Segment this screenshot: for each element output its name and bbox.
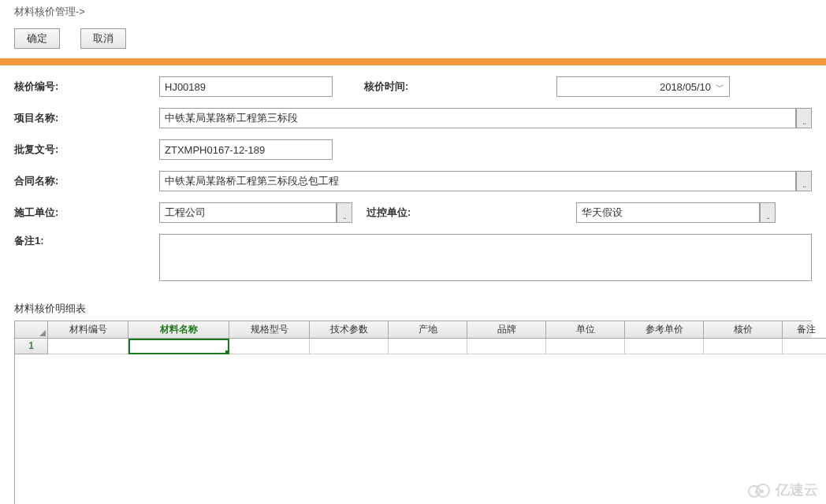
divider-accent <box>0 58 826 65</box>
cell-brand[interactable] <box>467 339 546 354</box>
col-memo[interactable]: 备注 <box>783 321 826 339</box>
col-material-name[interactable]: 材料名称 <box>128 321 229 339</box>
col-price[interactable]: 核价 <box>704 321 783 339</box>
breadcrumb: 材料核价管理-> <box>0 0 826 22</box>
label-contract: 合同名称: <box>14 174 159 188</box>
col-tech[interactable]: 技术参数 <box>310 321 389 339</box>
input-builder[interactable] <box>159 202 337 223</box>
col-material-id[interactable]: 材料编号 <box>48 321 128 339</box>
input-date[interactable]: 2018/05/10 ﹀ <box>556 76 730 97</box>
lookup-project-button[interactable]: .. <box>796 108 812 128</box>
input-code[interactable] <box>159 76 333 97</box>
cell-price[interactable] <box>704 339 783 354</box>
chevron-down-icon: ﹀ <box>716 81 724 93</box>
input-contract[interactable] <box>159 171 796 191</box>
detail-grid: 材料编号 材料名称 规格型号 技术参数 产地 品牌 单位 参考单价 核价 备注 … <box>14 321 812 504</box>
col-spec[interactable]: 规格型号 <box>229 321 310 339</box>
label-project: 项目名称: <box>14 111 159 125</box>
input-memo1[interactable] <box>159 234 812 281</box>
lookup-contract-button[interactable]: .. <box>796 171 812 191</box>
lookup-controller-button[interactable]: .. <box>760 202 776 223</box>
label-code: 核价编号: <box>14 80 159 94</box>
cancel-button[interactable]: 取消 <box>80 28 126 49</box>
input-controller[interactable] <box>576 202 760 223</box>
label-controller: 过控单位: <box>366 206 524 220</box>
col-ref-price[interactable]: 参考单价 <box>625 321 704 339</box>
cell-origin[interactable] <box>389 339 467 354</box>
table-row[interactable]: 1 <box>15 339 812 354</box>
toolbar: 确定 取消 <box>0 22 826 58</box>
grid-title: 材料核价明细表 <box>0 298 826 319</box>
cell-ref[interactable] <box>625 339 704 354</box>
col-unit[interactable]: 单位 <box>546 321 625 339</box>
cell-material-id[interactable] <box>48 339 128 354</box>
date-value: 2018/05/10 <box>660 81 711 93</box>
row-number[interactable]: 1 <box>15 339 48 354</box>
grid-body[interactable]: 1 <box>15 339 812 504</box>
input-approval[interactable] <box>159 139 333 160</box>
input-project[interactable] <box>159 108 796 128</box>
ok-button[interactable]: 确定 <box>14 28 60 49</box>
col-brand[interactable]: 品牌 <box>467 321 546 339</box>
label-memo1: 备注1: <box>14 234 159 248</box>
label-time: 核价时间: <box>364 80 556 94</box>
lookup-builder-button[interactable]: .. <box>337 202 352 223</box>
col-origin[interactable]: 产地 <box>389 321 467 339</box>
grid-header-row: 材料编号 材料名称 规格型号 技术参数 产地 品牌 单位 参考单价 核价 备注 <box>15 321 812 339</box>
cell-material-name[interactable] <box>128 339 229 354</box>
label-builder: 施工单位: <box>14 206 159 220</box>
cell-spec[interactable] <box>229 339 310 354</box>
label-approval: 批复文号: <box>14 143 159 157</box>
grid-corner[interactable] <box>15 321 48 339</box>
cell-tech[interactable] <box>310 339 389 354</box>
cell-memo[interactable] <box>783 339 826 354</box>
cell-unit[interactable] <box>546 339 625 354</box>
form-area: 核价编号: 核价时间: 2018/05/10 ﹀ 项目名称: .. 批复文号: … <box>0 65 826 298</box>
